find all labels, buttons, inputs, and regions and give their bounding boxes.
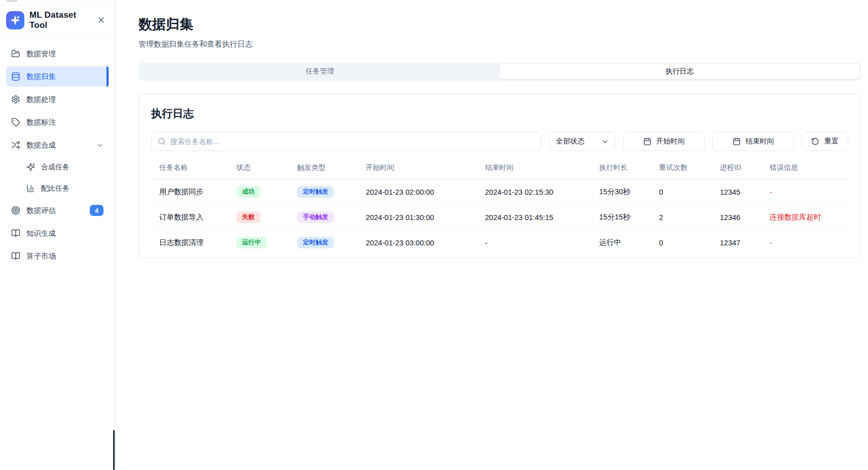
book-open-icon	[11, 229, 20, 238]
close-icon	[97, 16, 106, 24]
sidebar-item-label: 数据归集	[26, 72, 103, 82]
shuffle-icon	[11, 140, 20, 150]
execution-logs-panel: 执行日志 全部状态	[138, 94, 861, 258]
calendar-icon	[733, 137, 741, 146]
cell-status: 运行中	[228, 230, 289, 256]
trigger-badge: 定时触发	[297, 186, 334, 198]
column-header-status: 状态	[228, 163, 289, 179]
filter-toolbar: 全部状态 开始时间 结束时间	[151, 132, 848, 151]
cell-process-id: 12345	[712, 179, 761, 205]
sidebar-item-data-labeling[interactable]: 数据标注	[6, 112, 109, 132]
sidebar-item-label: 合成任务	[41, 163, 103, 172]
execution-logs-table: 任务名称 状态 触发类型 开始时间 结束时间 执行时长 重试次数 进程ID 错误…	[151, 163, 848, 256]
table-row: 日志数据清理 运行中 定时触发 2024-01-23 03:00:00 - 运行…	[151, 230, 848, 256]
cell-task-name: 订单数据导入	[151, 205, 228, 230]
table-header-row: 任务名称 状态 触发类型 开始时间 结束时间 执行时长 重试次数 进程ID 错误…	[151, 163, 848, 179]
sparkles-icon	[26, 163, 35, 171]
page-subtitle: 管理数据归集任务和查看执行日志	[138, 40, 861, 49]
column-header-error-info: 错误信息	[761, 163, 848, 179]
sidebar-item-label: 配比任务	[41, 184, 103, 193]
column-header-trigger-type: 触发类型	[289, 163, 358, 179]
cell-duration: 15分15秒	[591, 205, 651, 230]
target-icon	[11, 206, 20, 215]
sidebar-item-label: 数据处理	[26, 95, 103, 104]
cell-task-name: 用户数据同步	[151, 179, 228, 205]
status-badge: 失败	[236, 211, 260, 223]
panel-title: 执行日志	[151, 106, 848, 121]
status-filter-value: 全部状态	[556, 137, 584, 146]
sidebar-item-label: 知识生成	[26, 229, 103, 238]
cell-error-info: -	[761, 230, 848, 256]
sidebar-item-label: 数据管理	[26, 49, 103, 59]
search-box	[151, 132, 542, 151]
cell-duration: 15分30秒	[591, 179, 651, 205]
evaluation-count-badge: 4	[90, 205, 103, 216]
tag-icon	[11, 118, 20, 127]
sidebar-item-data-collection[interactable]: 数据归集	[6, 66, 109, 87]
column-header-end-time: 结束时间	[477, 163, 591, 179]
cell-end-time: 2024-01-23 02:15:30	[477, 179, 591, 205]
app-logo	[6, 11, 24, 29]
sidebar-top-strip	[0, 0, 115, 5]
cell-error-info: -	[761, 179, 848, 205]
reset-icon	[811, 137, 819, 146]
cell-trigger-type: 手动触发	[289, 205, 358, 230]
cell-trigger-type: 定时触发	[289, 230, 358, 256]
cell-process-id: 12347	[712, 230, 761, 256]
column-header-process-id: 进程ID	[712, 163, 761, 179]
sidebar-item-label: 数据合成	[26, 140, 90, 150]
sidebar-item-operator-market[interactable]: 算子市场	[6, 246, 109, 266]
cell-start-time: 2024-01-23 03:00:00	[358, 230, 477, 256]
sidebar-scrollbar-thumb[interactable]	[113, 430, 115, 470]
search-input[interactable]	[170, 137, 535, 146]
cell-start-time: 2024-01-23 02:00:00	[358, 179, 477, 205]
sidebar-item-knowledge-generation[interactable]: 知识生成	[6, 223, 109, 243]
top-decoration	[6, 0, 17, 2]
sidebar-item-data-processing[interactable]: 数据处理	[6, 89, 109, 110]
status-badge: 运行中	[236, 237, 267, 248]
database-icon	[11, 72, 20, 81]
end-time-button[interactable]: 结束时间	[712, 132, 794, 151]
search-icon	[158, 137, 166, 146]
sidebar-item-synthesis-task[interactable]: 合成任务	[21, 158, 109, 176]
table-row: 用户数据同步 成功 定时触发 2024-01-23 02:00:00 2024-…	[151, 179, 848, 205]
sidebar-item-data-management[interactable]: 数据管理	[6, 44, 109, 64]
calendar-icon	[643, 137, 651, 146]
sidebar-item-label: 数据标注	[26, 118, 103, 127]
reset-button[interactable]: 重置	[802, 132, 848, 151]
sidebar: ML Dataset Tool 数据管理 数据归集	[0, 0, 115, 470]
cell-status: 失败	[228, 205, 289, 230]
cell-trigger-type: 定时触发	[289, 179, 358, 205]
column-header-duration: 执行时长	[591, 163, 651, 179]
sidebar-item-data-synthesis[interactable]: 数据合成	[6, 135, 109, 155]
cell-end-time: -	[477, 230, 591, 256]
trigger-badge: 手动触发	[297, 211, 334, 223]
sidebar-nav: 数据管理 数据归集 数据处理 数据标注	[0, 35, 115, 266]
app-window: ML Dataset Tool 数据管理 数据归集	[0, 0, 868, 470]
tab-execution-logs[interactable]: 执行日志	[500, 64, 859, 79]
close-sidebar-button[interactable]	[95, 14, 108, 26]
start-time-button[interactable]: 开始时间	[623, 132, 705, 151]
folder-icon	[11, 49, 20, 58]
cell-duration: 运行中	[591, 230, 651, 256]
tab-bar: 任务管理 执行日志	[138, 62, 861, 81]
status-filter-select[interactable]: 全部状态	[549, 132, 615, 151]
cell-status: 成功	[228, 179, 289, 205]
main-content: 数据归集 管理数据归集任务和查看执行日志 任务管理 执行日志 执行日志 全部状态	[115, 0, 868, 470]
end-time-label: 结束时间	[746, 137, 774, 146]
page-title: 数据归集	[138, 15, 861, 33]
column-header-retry-count: 重试次数	[651, 163, 712, 179]
column-header-start-time: 开始时间	[358, 163, 477, 179]
cell-task-name: 日志数据清理	[151, 230, 228, 256]
cell-start-time: 2024-01-23 01:30:00	[358, 205, 477, 230]
sidebar-item-ratio-task[interactable]: 配比任务	[21, 179, 109, 198]
tab-task-management[interactable]: 任务管理	[140, 64, 500, 79]
cell-error-info: 连接数据库超时	[761, 205, 848, 230]
status-badge: 成功	[236, 186, 260, 198]
gear-icon	[11, 95, 20, 104]
bar-chart-icon	[26, 184, 35, 193]
sidebar-item-data-evaluation[interactable]: 数据评估 4	[6, 200, 109, 221]
sidebar-item-label: 数据评估	[26, 206, 84, 215]
chevron-down-icon	[96, 141, 103, 149]
column-header-task-name: 任务名称	[151, 163, 228, 179]
